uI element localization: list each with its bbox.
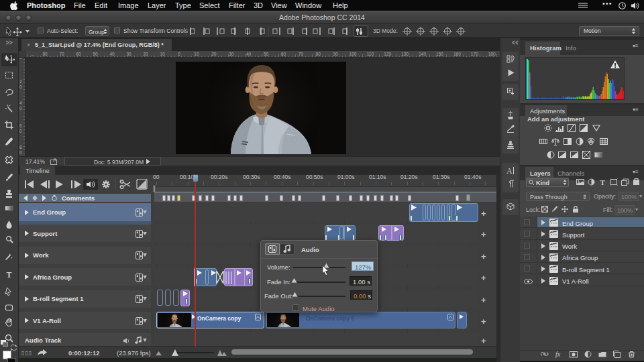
svg-text:fx: fx bbox=[555, 351, 561, 358]
svg-text:T: T bbox=[600, 178, 606, 186]
svg-text:A: A bbox=[506, 166, 513, 175]
svg-text:T: T bbox=[7, 270, 12, 279]
